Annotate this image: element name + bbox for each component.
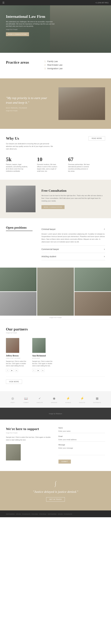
menu-icon[interactable]: ☰ bbox=[2, 1, 4, 4]
position-header-commercial[interactable]: Commercial lawyer ∨ bbox=[41, 246, 105, 253]
social-facebook-icon[interactable]: f bbox=[6, 369, 9, 372]
position-item-criminal: Criminal lawyer ∧ Answer: Lorem ipsum do… bbox=[41, 226, 105, 246]
partner-name-0: Jeffrey Brown bbox=[6, 354, 26, 357]
book-consultation-button[interactable]: BOOK A CONSULTATION bbox=[6, 32, 29, 36]
consultation-image bbox=[6, 186, 35, 212]
support-credit: Image from Freepik bbox=[6, 432, 53, 434]
execute2-label: EXECUTE bbox=[79, 402, 85, 403]
hero-image-credit: Image from Freepik bbox=[6, 29, 56, 30]
arrange-label: ARRANGE bbox=[51, 402, 57, 403]
achieve-label: ACHIEVE bbox=[65, 402, 71, 403]
photo-cell-2 bbox=[37, 268, 74, 316]
support-title: We're here to support bbox=[6, 427, 53, 431]
chevron-down-icon: ∨ bbox=[104, 256, 105, 258]
support-right: Name Email Message SUBMIT bbox=[58, 427, 105, 464]
partner-desc-1: Sample text. Click to select the text bo… bbox=[32, 360, 53, 367]
consultation-title: Free Consultation bbox=[41, 189, 105, 192]
hero-title: International Law Firm bbox=[6, 14, 56, 19]
social-linkedin-icon[interactable]: in bbox=[41, 369, 44, 372]
support-avatar bbox=[6, 444, 21, 460]
icon-item-execute: ✓ EXECUTE bbox=[37, 396, 43, 403]
social-facebook-icon[interactable]: f bbox=[32, 369, 35, 372]
icon-item-execute2: ⚡ EXECUTE bbox=[79, 396, 85, 403]
partners-title: Our partners bbox=[6, 327, 105, 332]
photo-cell-3 bbox=[74, 268, 111, 291]
dark-section: image by Madison bbox=[0, 408, 111, 420]
position-header-criminal[interactable]: Criminal lawyer ∧ bbox=[41, 226, 105, 233]
social-twitter-icon[interactable]: ▶ bbox=[10, 369, 14, 372]
craft-icon: ◎ bbox=[10, 396, 15, 401]
name-label: Name bbox=[58, 427, 105, 429]
stat-number: 5k bbox=[6, 156, 28, 162]
photo-cell-4 bbox=[0, 292, 37, 316]
open-positions-title: Open positions bbox=[6, 226, 33, 231]
why-us-section: Why Us Our lawyers are dedicated to ensu… bbox=[0, 129, 111, 180]
partners-grid: Jeffrey Brown CREATIVE LEADER Sample tex… bbox=[6, 338, 105, 372]
stat-number: 67 bbox=[68, 156, 90, 162]
submit-button[interactable]: SUBMIT bbox=[58, 460, 71, 464]
consultation-description: We know it can be hard to find the right… bbox=[41, 194, 105, 202]
position-name-commercial: Commercial lawyer bbox=[41, 248, 59, 250]
stat-description: Overseas partnerships. We have internati… bbox=[68, 163, 90, 172]
practice-areas-list: 1.Family Law 2.Real Estate Law 3.Immigra… bbox=[44, 60, 62, 71]
quote-text: "My top priority is to earn your trust a… bbox=[6, 96, 53, 105]
arrange-icon: ◉ bbox=[51, 396, 57, 401]
distribute-icon: ▦ bbox=[95, 396, 100, 401]
list-item: 3.Immigration Law bbox=[44, 67, 62, 70]
position-item-articling: Articling student ∨ bbox=[41, 253, 105, 260]
signature-icon: ∫ bbox=[6, 480, 105, 487]
execute-icon: ✓ bbox=[37, 396, 42, 401]
stat-description: Partners, lawyers, legal assistants, and… bbox=[6, 163, 28, 172]
social-links-1: f ▶ in bbox=[32, 369, 53, 372]
stat-number: 10 bbox=[37, 156, 59, 162]
social-links-0: f ▶ in bbox=[6, 369, 26, 372]
list-item: 1.Family Law bbox=[44, 60, 62, 62]
social-twitter-icon[interactable]: ▶ bbox=[37, 369, 40, 372]
form-group-name: Name bbox=[58, 427, 105, 433]
list-number: 2. bbox=[44, 64, 46, 66]
social-linkedin-icon[interactable]: in bbox=[15, 369, 18, 372]
form-group-email: Email bbox=[58, 436, 105, 442]
support-left: We're here to support Image from Freepik… bbox=[6, 427, 53, 464]
position-header-articling[interactable]: Articling student ∨ bbox=[41, 253, 105, 260]
partners-section: Our partners Images by Freepik Jeffrey B… bbox=[0, 320, 111, 391]
position-name-criminal: Criminal lawyer bbox=[41, 228, 56, 230]
photo-cell-5 bbox=[74, 292, 111, 316]
support-description: Sample text. Click to select the text bo… bbox=[6, 436, 53, 441]
craft-label: CRAFT bbox=[10, 402, 15, 403]
read-more-button[interactable]: READ MORE bbox=[89, 136, 105, 140]
hero-description: We understand your challenges. We strive… bbox=[6, 20, 56, 27]
email-input[interactable] bbox=[58, 438, 105, 442]
photo-grid-credit: Images from Freepik bbox=[0, 316, 111, 320]
why-us-description: Our lawyers are dedicated to ensuring th… bbox=[6, 142, 53, 150]
stat-item-1: 10 Domestic locations. We have offices i… bbox=[37, 156, 59, 172]
chevron-up-icon: ∧ bbox=[104, 228, 105, 230]
quote-author: NICK PARSON, FOUNDER bbox=[6, 107, 53, 109]
message-label: Message bbox=[58, 444, 105, 446]
support-section: We're here to support Image from Freepik… bbox=[0, 420, 111, 471]
icon-item-craft: ◎ CRAFT bbox=[10, 396, 15, 403]
avatar-ann bbox=[32, 338, 46, 353]
icon-item-arrange: ◉ ARRANGE bbox=[51, 396, 57, 403]
consultation-section: Free Consultation We know it can be hard… bbox=[0, 180, 111, 218]
book-consult-button[interactable]: BOOK A CONSULTATION bbox=[41, 205, 65, 209]
list-item: 2.Real Estate Law bbox=[44, 64, 62, 66]
avatar-jeffrey bbox=[6, 338, 19, 353]
get-in-touch-button[interactable]: GET IN TOUCH bbox=[46, 497, 65, 502]
commit-label: COMMIT bbox=[23, 402, 29, 403]
position-item-commercial: Commercial lawyer ∨ bbox=[41, 246, 105, 253]
view-more-button[interactable]: VIEW MORE bbox=[6, 380, 22, 384]
stat-item-0: 5k Partners, lawyers, legal assistants, … bbox=[6, 156, 28, 172]
bottom-bar: EMPOWERED · DRIVEN · PASSIONATE · FOCUSE… bbox=[0, 510, 111, 517]
partner-card-1: Ann Richmond MANAGER Sample text. Click … bbox=[32, 338, 53, 372]
name-input[interactable] bbox=[58, 429, 105, 433]
quote-left: "My top priority is to earn your trust a… bbox=[6, 96, 53, 112]
message-textarea[interactable] bbox=[58, 446, 105, 455]
stat-item-2: 67 Overseas partnerships. We have intern… bbox=[68, 156, 90, 172]
quote-footer-section: ∫ "Justice delayed is justice denied." G… bbox=[0, 471, 111, 510]
execute-label: EXECUTE bbox=[37, 402, 43, 403]
icon-item-achieve: ⚡ ACHIEVE bbox=[65, 396, 71, 403]
position-name-articling: Articling student bbox=[41, 255, 56, 258]
practice-areas-section: Practice areas 1.Family Law 2.Real Estat… bbox=[0, 53, 111, 78]
open-positions-inner: Open positions Criminal lawyer ∧ Answer:… bbox=[6, 226, 105, 260]
